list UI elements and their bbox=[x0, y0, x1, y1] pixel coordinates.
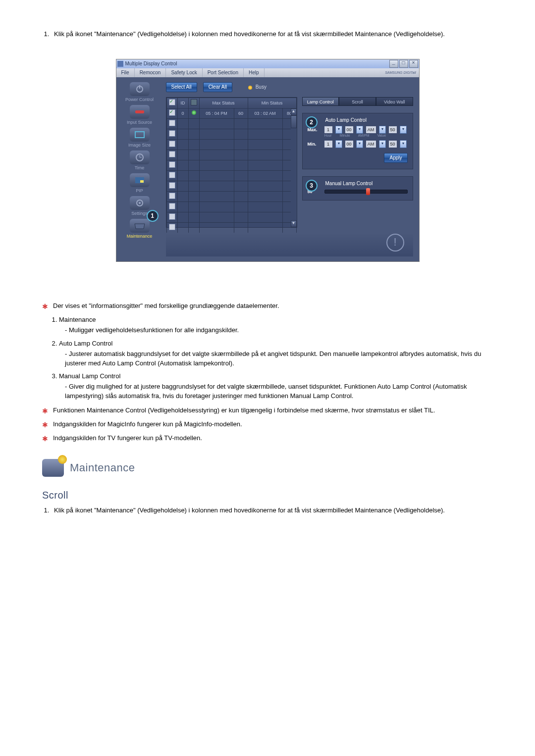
section-title: Maintenance bbox=[70, 461, 135, 474]
auto-lamp-panel: 2 Auto Lamp Control Max. 1 ▾ 00 ▾ AM ▾ 5… bbox=[302, 113, 413, 169]
brand-label: SAMSUNG DIGITall bbox=[385, 71, 416, 74]
min-ampm-input[interactable]: AM bbox=[366, 141, 376, 148]
note-magicinfo: Indgangskilden for MagicInfo fungerer ku… bbox=[42, 420, 493, 430]
hour-sublabel: Hour bbox=[324, 134, 332, 137]
row-min-time: 03 : 02 AM bbox=[248, 108, 282, 118]
auto-lamp-title: Auto Lamp Control bbox=[325, 117, 408, 123]
window-title: Multiple Display Control bbox=[125, 61, 388, 66]
tab-video-wall[interactable]: Video Wall bbox=[376, 97, 413, 106]
sidebar: Power Control Input Source Image Size Ti… bbox=[116, 77, 163, 261]
busy-icon bbox=[248, 86, 252, 90]
table-row[interactable]: 0 05 : 04 PM 60 03 : 02 AM 80 bbox=[166, 108, 296, 118]
row-id: 0 bbox=[177, 108, 188, 118]
dropdown-icon[interactable]: ▾ bbox=[356, 126, 363, 134]
max-ampm-input[interactable]: AM bbox=[366, 126, 376, 133]
grid-col-max-status[interactable]: Max Status bbox=[199, 98, 248, 108]
scroll-up-icon[interactable]: ▲ bbox=[291, 108, 297, 115]
menu-file[interactable]: File bbox=[116, 68, 135, 77]
min-hour-input[interactable]: 1 bbox=[324, 141, 332, 148]
grid-col-icon bbox=[188, 98, 199, 108]
slider-thumb[interactable] bbox=[366, 188, 370, 195]
subsection-title: Scroll bbox=[42, 490, 493, 501]
dropdown-icon[interactable]: ▾ bbox=[335, 126, 342, 134]
table-row bbox=[166, 118, 296, 129]
table-row bbox=[166, 222, 296, 233]
list-item: Giver dig mulighed for at justere baggru… bbox=[65, 382, 493, 401]
app-window: Multiple Display Control _ □ × File Remo… bbox=[116, 59, 420, 262]
intro-list-2: Klik på ikonet "Maintenance" (Vedligehol… bbox=[42, 506, 493, 515]
sidebar-label: Maintenance bbox=[118, 234, 160, 239]
svg-marker-11 bbox=[135, 224, 145, 229]
menubar: File Remocon Safety Lock Port Selection … bbox=[116, 68, 419, 77]
max-value-input[interactable]: 50 bbox=[389, 126, 397, 133]
menu-port-selection[interactable]: Port Selection bbox=[203, 68, 244, 77]
dropdown-icon[interactable]: ▾ bbox=[335, 140, 342, 148]
min-minute-input[interactable]: 00 bbox=[345, 141, 353, 148]
sidebar-item-pip[interactable]: PIP bbox=[118, 173, 160, 193]
minimize-button[interactable]: _ bbox=[389, 60, 398, 68]
apply-button[interactable]: Apply bbox=[384, 153, 407, 163]
intro-list: Klik på ikonet "Maintenance" (Vedligehol… bbox=[42, 30, 493, 39]
intro-item: Klik på ikonet "Maintenance" (Vedligehol… bbox=[51, 30, 493, 39]
right-tabs: Lamp Control Scroll Video Wall bbox=[302, 97, 413, 106]
max-minute-input[interactable]: 00 bbox=[345, 126, 353, 133]
table-row bbox=[166, 181, 296, 191]
dropdown-icon[interactable]: ▾ bbox=[379, 126, 386, 134]
dropdown-icon[interactable]: ▾ bbox=[356, 140, 363, 148]
tab-scroll[interactable]: Scroll bbox=[339, 97, 376, 106]
svg-rect-2 bbox=[135, 110, 144, 113]
maximize-button[interactable]: □ bbox=[399, 60, 408, 68]
svg-point-10 bbox=[139, 202, 141, 204]
status-led-icon bbox=[192, 110, 196, 115]
sidebar-label: Power Control bbox=[118, 97, 160, 102]
table-row bbox=[166, 202, 296, 212]
note-tv: Indgangskilden for TV fungerer kun på TV… bbox=[42, 434, 493, 444]
menu-safety-lock[interactable]: Safety Lock bbox=[166, 68, 202, 77]
lamp-slider[interactable] bbox=[324, 190, 408, 194]
list-title: Maintenance bbox=[59, 316, 96, 323]
close-button[interactable]: × bbox=[409, 60, 418, 68]
value-sublabel: Value bbox=[377, 134, 386, 137]
svg-rect-8 bbox=[140, 180, 144, 183]
row-checkbox[interactable] bbox=[169, 109, 175, 116]
sidebar-label: Image Size bbox=[118, 143, 160, 148]
list-item: Justerer automatisk baggrundslyset for d… bbox=[65, 350, 493, 368]
sidebar-item-input-source[interactable]: Input Source bbox=[118, 105, 160, 125]
table-row bbox=[166, 150, 296, 160]
scroll-thumb[interactable] bbox=[291, 115, 297, 128]
list-title: Manual Lamp Control bbox=[59, 372, 120, 380]
callout-2: 2 bbox=[306, 116, 318, 128]
ampm-sublabel: AM/PM bbox=[358, 134, 370, 137]
max-hour-input[interactable]: 1 bbox=[324, 126, 332, 133]
select-all-button[interactable]: Select All bbox=[166, 82, 197, 92]
manual-lamp-panel: 3 Manual Lamp Control 50 bbox=[302, 176, 413, 201]
grid-col-id[interactable]: ID bbox=[177, 98, 188, 108]
note-maintenance-power: Funktionen Maintenance Control (Vedligeh… bbox=[42, 406, 493, 416]
table-row bbox=[166, 160, 296, 170]
tab-lamp-control[interactable]: Lamp Control bbox=[302, 97, 339, 106]
grid-scrollbar[interactable]: ▲ ▼ bbox=[291, 108, 297, 227]
busy-indicator: Busy bbox=[248, 84, 267, 90]
clear-all-button[interactable]: Clear All bbox=[203, 82, 232, 92]
menu-help[interactable]: Help bbox=[244, 68, 265, 77]
menu-remocon[interactable]: Remocon bbox=[135, 68, 166, 77]
scroll-down-icon[interactable]: ▼ bbox=[291, 220, 297, 227]
grid-col-check[interactable] bbox=[166, 98, 177, 108]
sidebar-item-time[interactable]: Time bbox=[118, 151, 160, 170]
grid-col-min-status[interactable]: Min Status bbox=[248, 98, 296, 108]
dropdown-icon[interactable]: ▾ bbox=[400, 140, 407, 148]
callout-3: 3 bbox=[306, 180, 318, 192]
maintenance-icon bbox=[42, 459, 64, 477]
table-row bbox=[166, 129, 296, 139]
busy-label: Busy bbox=[256, 84, 267, 90]
list-title: Auto Lamp Control bbox=[59, 340, 112, 347]
sidebar-item-maintenance[interactable]: 1 Maintenance bbox=[118, 219, 160, 239]
table-row bbox=[166, 170, 296, 181]
dropdown-icon[interactable]: ▾ bbox=[400, 126, 407, 134]
sidebar-item-power[interactable]: Power Control bbox=[118, 82, 160, 102]
min-value-input[interactable]: 50 bbox=[389, 141, 397, 148]
info-icon[interactable]: ! bbox=[386, 234, 404, 252]
sidebar-label: Time bbox=[118, 165, 160, 170]
dropdown-icon[interactable]: ▾ bbox=[379, 140, 386, 148]
sidebar-item-image-size[interactable]: Image Size bbox=[118, 128, 160, 148]
